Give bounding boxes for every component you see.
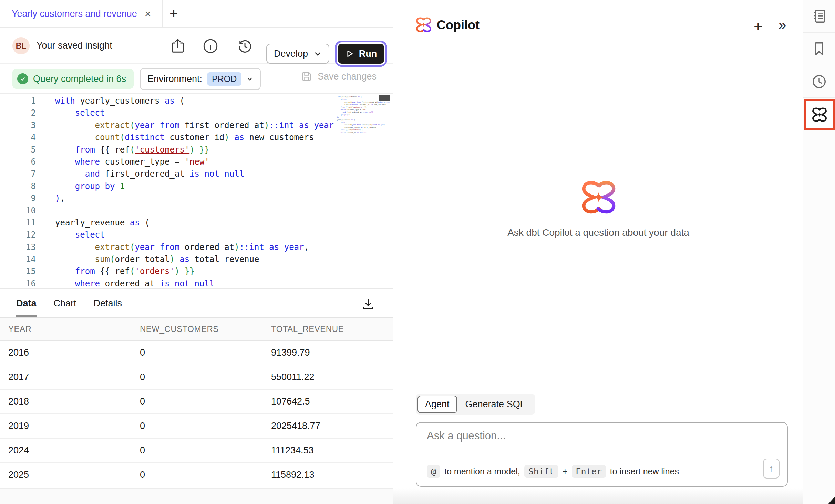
dbt-copilot-logo-icon bbox=[415, 17, 432, 33]
download-results-button[interactable] bbox=[362, 297, 375, 311]
share-icon bbox=[169, 38, 186, 54]
table-row: 20170550011.22 bbox=[0, 365, 393, 390]
table-row: 20250115892.13 bbox=[0, 463, 393, 487]
query-status-text: Query completed in 6s bbox=[33, 74, 126, 84]
line-number: 1 bbox=[0, 95, 36, 107]
table-row: 2016091399.79 bbox=[0, 341, 393, 365]
code-line: 9), bbox=[0, 192, 393, 204]
send-button[interactable]: ↑ bbox=[763, 459, 780, 479]
table-cell: 0 bbox=[132, 372, 263, 382]
dbt-copilot-rail-icon bbox=[812, 107, 827, 123]
insight-toolbar: BL Your saved insight Develop Run bbox=[0, 28, 393, 64]
copilot-empty-state-text: Ask dbt Copilot a question about your da… bbox=[393, 227, 803, 238]
panel-bottom-fade bbox=[393, 488, 803, 504]
collapse-panel-icon[interactable]: » bbox=[779, 17, 786, 33]
avatar: BL bbox=[12, 37, 30, 54]
line-number: 15 bbox=[0, 265, 36, 277]
table-cell: 0 bbox=[132, 445, 263, 456]
query-panel: Yearly customers and revenue × + BL Your… bbox=[0, 0, 393, 504]
code-line: 1with yearly_customers as ( bbox=[0, 95, 393, 107]
info-icon bbox=[202, 38, 219, 54]
sql-code-editor[interactable]: 1with yearly_customers as (2 select3 ext… bbox=[0, 94, 393, 288]
at-key-chip: @ bbox=[427, 465, 440, 478]
table-cell: 0 bbox=[132, 470, 263, 480]
table-cell: 2016 bbox=[0, 347, 132, 358]
line-number: 8 bbox=[0, 180, 36, 192]
line-number: 11 bbox=[0, 217, 36, 229]
run-button[interactable]: Run bbox=[338, 44, 384, 64]
code-line: 12 select bbox=[0, 229, 393, 241]
save-icon bbox=[300, 70, 313, 83]
develop-button[interactable]: Develop bbox=[266, 44, 329, 64]
table-row: 20240111234.53 bbox=[0, 439, 393, 463]
table-cell: 2018 bbox=[0, 396, 132, 407]
info-button[interactable] bbox=[202, 38, 219, 54]
code-line: 5 from {{ ref('customers') }} bbox=[0, 144, 393, 156]
line-number: 12 bbox=[0, 229, 36, 241]
code-line: 15 from {{ ref('orders') }} bbox=[0, 265, 393, 277]
results-tab-details[interactable]: Details bbox=[94, 289, 122, 317]
table-cell: 2024 bbox=[0, 445, 132, 456]
rail-copilot-button[interactable] bbox=[803, 98, 835, 131]
table-cell: 0 bbox=[132, 421, 263, 431]
check-circle-icon bbox=[17, 73, 28, 84]
rail-notebook-button[interactable] bbox=[803, 0, 835, 33]
line-number: 2 bbox=[0, 107, 36, 119]
save-changes-button[interactable]: Save changes bbox=[300, 70, 377, 83]
code-line: 3 extract(year from first_ordered_at)::i… bbox=[0, 119, 393, 132]
new-chat-button[interactable]: + bbox=[754, 18, 763, 35]
mode-generate-sql-button[interactable]: Generate SQL bbox=[457, 396, 534, 412]
results-table-footer bbox=[0, 488, 393, 504]
line-number: 10 bbox=[0, 205, 36, 217]
chevron-down-icon bbox=[313, 50, 322, 58]
hint-newlines-text: to insert new lines bbox=[610, 466, 679, 476]
line-number: 16 bbox=[0, 278, 36, 288]
table-row: 201902025418.77 bbox=[0, 414, 393, 439]
copilot-input-box: @ to mention a model, Shift + Enter to i… bbox=[416, 422, 788, 487]
clock-icon bbox=[811, 74, 827, 90]
line-number: 6 bbox=[0, 156, 36, 168]
active-rail-highlight bbox=[804, 99, 835, 130]
new-tab-button[interactable]: + bbox=[169, 6, 178, 21]
code-line: 2 select bbox=[0, 107, 393, 119]
column-header: YEAR bbox=[0, 324, 132, 334]
environment-value-badge: PROD bbox=[207, 72, 241, 86]
table-cell: 2025418.77 bbox=[263, 421, 393, 431]
line-number: 9 bbox=[0, 192, 36, 204]
environment-select[interactable]: Environment: PROD bbox=[140, 68, 261, 90]
tab-yearly-customers-and-revenue[interactable]: Yearly customers and revenue × bbox=[0, 0, 162, 28]
code-line: 8 group by 1 bbox=[0, 180, 393, 192]
table-cell: 550011.22 bbox=[263, 372, 393, 382]
results-table-body: 2016091399.7920170550011.2220180107642.5… bbox=[0, 341, 393, 487]
editor-scrollbar-thumb[interactable] bbox=[379, 95, 390, 101]
download-icon bbox=[362, 297, 375, 311]
results-tab-chart[interactable]: Chart bbox=[54, 289, 76, 317]
table-cell: 2017 bbox=[0, 372, 132, 382]
results-tab-data[interactable]: Data bbox=[16, 289, 37, 317]
copilot-mode-switch: Agent Generate SQL bbox=[416, 394, 535, 415]
enter-key-chip: Enter bbox=[572, 465, 606, 478]
bookmark-icon bbox=[811, 41, 827, 57]
notebook-icon bbox=[811, 8, 827, 24]
mode-agent-button[interactable]: Agent bbox=[418, 396, 457, 413]
table-cell: 115892.13 bbox=[263, 470, 393, 480]
table-row: 20180107642.5 bbox=[0, 390, 393, 414]
dbt-copilot-empty-state-logo bbox=[580, 179, 617, 216]
develop-label: Develop bbox=[274, 49, 308, 59]
close-tab-icon[interactable]: × bbox=[145, 8, 151, 19]
tab-separator bbox=[162, 0, 163, 28]
ask-question-input[interactable] bbox=[427, 430, 737, 450]
history-button[interactable] bbox=[237, 38, 253, 54]
column-header: NEW_CUSTOMERS bbox=[132, 324, 263, 334]
code-line: 11yearly_revenue as ( bbox=[0, 217, 393, 229]
rail-history-button[interactable] bbox=[803, 65, 835, 98]
code-line: 10 bbox=[0, 205, 393, 217]
right-icon-rail bbox=[803, 0, 835, 504]
line-number: 3 bbox=[0, 119, 36, 132]
code-lines: 1with yearly_customers as (2 select3 ext… bbox=[0, 95, 393, 288]
hint-plus-text: + bbox=[563, 466, 568, 476]
editor-minimap[interactable]: with yearly_customers as ( select extrac… bbox=[337, 96, 378, 134]
share-button[interactable] bbox=[169, 38, 186, 54]
code-line: 13 extract(year from ordered_at)::int as… bbox=[0, 241, 393, 253]
rail-bookmark-button[interactable] bbox=[803, 33, 835, 65]
